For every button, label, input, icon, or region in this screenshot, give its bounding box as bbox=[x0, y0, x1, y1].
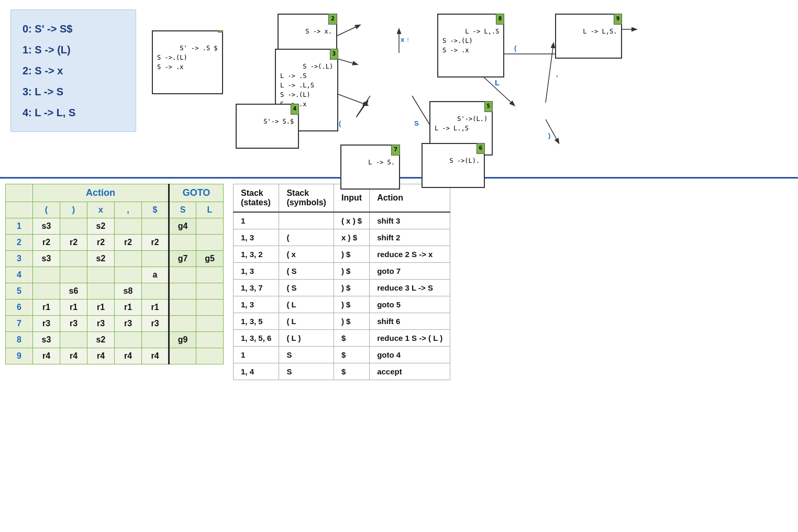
state-label-3: 3 bbox=[330, 49, 339, 60]
trace-cell-5-1: ( L bbox=[279, 296, 334, 313]
trace-cell-3-1: ( S bbox=[279, 263, 334, 280]
parse-cell-0-0: s3 bbox=[33, 218, 60, 235]
parse-cell-5-5 bbox=[169, 300, 196, 316]
parse-cell-4-6 bbox=[196, 283, 224, 300]
trace-cell-1-1: ( bbox=[279, 229, 334, 246]
trace-cell-0-0: 1 bbox=[234, 212, 279, 229]
state-4: S'-> S.$ 4 bbox=[236, 104, 299, 149]
parse-cell-3-5 bbox=[169, 267, 196, 283]
trace-cell-2-2: ) $ bbox=[334, 246, 369, 263]
svg-line-13 bbox=[546, 119, 559, 143]
trace-cell-1-0: 1, 3 bbox=[234, 229, 279, 246]
parse-row-state-3: 4 bbox=[6, 267, 33, 283]
trace-cell-5-3: goto 5 bbox=[370, 296, 450, 313]
state-label-7: 7 bbox=[391, 145, 400, 156]
rule-4: 4: L -> L, S bbox=[23, 102, 124, 123]
parse-cell-0-4 bbox=[142, 218, 169, 235]
col-open-paren: ( bbox=[33, 202, 60, 218]
trace-cell-6-3: shift 6 bbox=[370, 313, 450, 330]
parse-cell-4-4 bbox=[142, 283, 169, 300]
parse-cell-6-6 bbox=[196, 316, 224, 332]
parse-cell-5-2: r1 bbox=[87, 300, 115, 316]
trace-cell-5-2: ) $ bbox=[334, 296, 369, 313]
trace-cell-1-3: shift 2 bbox=[370, 229, 450, 246]
trace-cell-3-3: goto 7 bbox=[370, 263, 450, 280]
parse-cell-8-1: r4 bbox=[60, 348, 87, 364]
parse-cell-5-6 bbox=[196, 300, 224, 316]
col-comma: , bbox=[115, 202, 142, 218]
parse-cell-6-1: r3 bbox=[60, 316, 87, 332]
parse-table: Action GOTO ( ) x , $ S L 1s3s2g42r2r2r2… bbox=[5, 184, 224, 364]
trace-cell-9-1: S bbox=[279, 363, 334, 380]
parse-row-state-2: 3 bbox=[6, 251, 33, 267]
trace-cell-9-3: accept bbox=[370, 363, 450, 380]
trace-cell-6-2: ) $ bbox=[334, 313, 369, 330]
parse-cell-1-0: r2 bbox=[33, 235, 60, 251]
state-label-8: 8 bbox=[496, 14, 505, 25]
state-label-5: 5 bbox=[484, 101, 493, 112]
trace-cell-4-1: ( S bbox=[279, 280, 334, 296]
parse-cell-4-3: s8 bbox=[115, 283, 142, 300]
parse-cell-2-1 bbox=[60, 251, 87, 267]
empty-header bbox=[6, 184, 33, 202]
parse-cell-2-0: s3 bbox=[33, 251, 60, 267]
state-6: S ->(L). 6 bbox=[422, 143, 485, 188]
action-header: Action bbox=[33, 184, 169, 202]
parse-cell-3-1 bbox=[60, 267, 87, 283]
trace-cell-5-0: 1, 3 bbox=[234, 296, 279, 313]
parse-cell-7-5: g9 bbox=[169, 332, 196, 348]
trace-cell-0-1 bbox=[279, 212, 334, 229]
parse-cell-8-5 bbox=[169, 348, 196, 364]
grammar-box: 0: S' -> S$ 1: S -> (L) 2: S -> x 3: L -… bbox=[10, 9, 136, 132]
trace-header-symbols: Stack(symbols) bbox=[279, 184, 334, 213]
parse-cell-2-4 bbox=[142, 251, 169, 267]
trace-cell-6-1: ( L bbox=[279, 313, 334, 330]
parse-cell-6-5 bbox=[169, 316, 196, 332]
trace-cell-7-0: 1, 3, 5, 6 bbox=[234, 330, 279, 347]
svg-text:(: ( bbox=[339, 119, 341, 127]
parse-row-state-5: 6 bbox=[6, 300, 33, 316]
parse-cell-2-6: g5 bbox=[196, 251, 224, 267]
rule-1: 1: S -> (L) bbox=[23, 39, 124, 60]
parse-row-state-7: 8 bbox=[6, 332, 33, 348]
parse-cell-5-3: r1 bbox=[115, 300, 142, 316]
rule-2: 2: S -> x bbox=[23, 60, 124, 81]
parse-cell-6-3: r3 bbox=[115, 316, 142, 332]
col-close-paren: ) bbox=[60, 202, 87, 218]
top-section: 0: S' -> S$ 1: S -> (L) 2: S -> x 3: L -… bbox=[0, 0, 798, 179]
state-label-0 bbox=[218, 30, 223, 32]
svg-text:(: ( bbox=[514, 44, 517, 52]
parse-row-state-0: 1 bbox=[6, 218, 33, 235]
trace-cell-7-1: ( L ) bbox=[279, 330, 334, 347]
trace-cell-3-2: ) $ bbox=[334, 263, 369, 280]
state-label-6: 6 bbox=[476, 143, 485, 154]
parse-cell-0-3 bbox=[115, 218, 142, 235]
parse-cell-1-3: r2 bbox=[115, 235, 142, 251]
trace-cell-0-2: ( x ) $ bbox=[334, 212, 369, 229]
trace-cell-7-3: reduce 1 S -> ( L ) bbox=[370, 330, 450, 347]
parse-cell-7-6 bbox=[196, 332, 224, 348]
parse-cell-6-0: r3 bbox=[33, 316, 60, 332]
svg-text:x ↑: x ↑ bbox=[401, 36, 409, 43]
parse-cell-8-4: r4 bbox=[142, 348, 169, 364]
parse-cell-8-6 bbox=[196, 348, 224, 364]
trace-cell-7-2: $ bbox=[334, 330, 369, 347]
parse-row-state-6: 7 bbox=[6, 316, 33, 332]
parse-cell-3-4: a bbox=[142, 267, 169, 283]
trace-cell-9-0: 1, 4 bbox=[234, 363, 279, 380]
svg-line-15 bbox=[546, 43, 553, 103]
parse-cell-3-2 bbox=[87, 267, 115, 283]
state-9: L -> L,S. 9 bbox=[555, 14, 622, 59]
trace-cell-4-3: reduce 3 L -> S bbox=[370, 280, 450, 296]
parse-cell-0-6 bbox=[196, 218, 224, 235]
trace-cell-4-0: 1, 3, 7 bbox=[234, 280, 279, 296]
parse-cell-1-6 bbox=[196, 235, 224, 251]
trace-cell-9-2: $ bbox=[334, 363, 369, 380]
svg-text:,: , bbox=[556, 70, 558, 78]
trace-cell-8-0: 1 bbox=[234, 347, 279, 363]
parse-cell-8-0: r4 bbox=[33, 348, 60, 364]
parse-cell-7-3 bbox=[115, 332, 142, 348]
trace-cell-8-3: goto 4 bbox=[370, 347, 450, 363]
parse-table-wrapper: Action GOTO ( ) x , $ S L 1s3s2g42r2r2r2… bbox=[5, 184, 224, 364]
trace-cell-2-1: ( x bbox=[279, 246, 334, 263]
